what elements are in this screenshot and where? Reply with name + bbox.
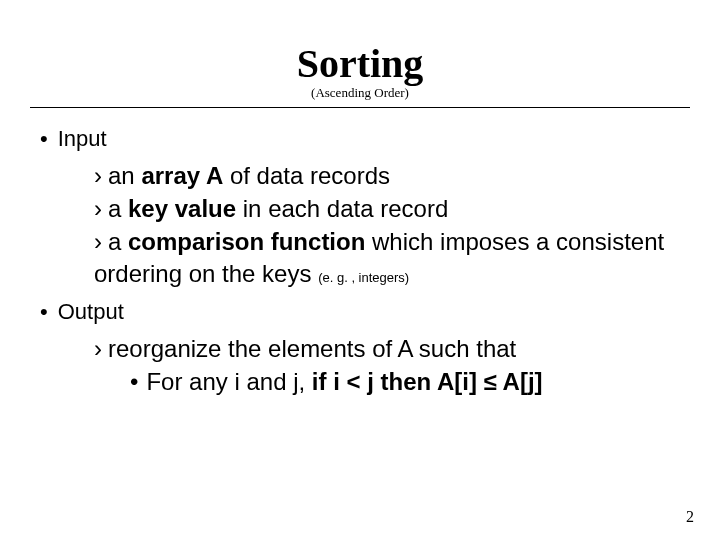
chevron-right-icon: › (94, 162, 102, 189)
output-condition-prefix: For any i and j, (146, 368, 311, 395)
bullet-dot-icon: • (130, 368, 138, 395)
input-item-1-strong: array A (141, 162, 223, 189)
chevron-right-icon: › (94, 195, 102, 222)
output-item-1: ›reorganize the elements of A such that (94, 333, 690, 364)
input-item-1: ›an array A of data records (94, 160, 690, 191)
section-output-heading: •Output (40, 299, 690, 325)
title-area: Sorting (Ascending Order) (30, 40, 690, 101)
input-item-1-suffix: of data records (223, 162, 390, 189)
output-condition-strong: if i < j then A[i] ≤ A[j] (312, 368, 543, 395)
input-item-2-suffix: in each data record (236, 195, 448, 222)
chevron-right-icon: › (94, 335, 102, 362)
bullet-dot-icon: • (40, 126, 48, 151)
input-item-2-strong: key value (128, 195, 236, 222)
chevron-right-icon: › (94, 228, 102, 255)
bullet-dot-icon: • (40, 299, 48, 324)
slide: Sorting (Ascending Order) •Input ›an arr… (0, 0, 720, 417)
output-lead: reorganize the elements of A such that (108, 335, 516, 362)
input-item-2-prefix: a (108, 195, 128, 222)
input-item-1-prefix: an (108, 162, 141, 189)
input-item-3-strong: comparison function (128, 228, 365, 255)
output-condition: •For any i and j, if i < j then A[i] ≤ A… (130, 366, 690, 397)
section-output-label: Output (58, 299, 124, 324)
input-item-2: ›a key value in each data record (94, 193, 690, 224)
input-item-3-note: (e. g. , integers) (318, 270, 409, 285)
slide-title: Sorting (30, 40, 690, 87)
section-input-heading: •Input (40, 126, 690, 152)
section-input-label: Input (58, 126, 107, 151)
title-divider (30, 107, 690, 108)
input-item-3: ›a comparison function which imposes a c… (94, 226, 690, 288)
input-item-3-prefix: a (108, 228, 128, 255)
slide-subtitle: (Ascending Order) (30, 85, 690, 101)
page-number: 2 (686, 508, 694, 526)
